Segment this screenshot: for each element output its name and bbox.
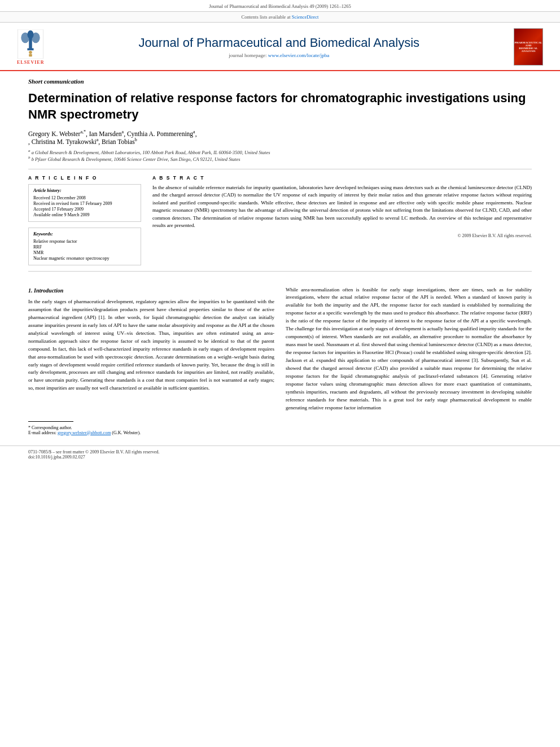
article-type: Short communication	[0, 71, 560, 87]
intro-col1-p1: In the early stages of pharmaceutical de…	[28, 298, 274, 392]
cover-text: PHARMACEUTICALANDBIOMEDICALANALYSIS	[515, 41, 542, 53]
article-history-box: Article history: Received 12 December 20…	[28, 184, 141, 222]
corresponding-author-note: * Corresponding author. E-mail address: …	[28, 425, 532, 435]
intro-col2-p1: While area-normalization often is feasib…	[286, 286, 532, 412]
page-wrapper: Journal of Pharmaceutical and Biomedical…	[0, 0, 560, 747]
history-label: Article history:	[33, 188, 136, 193]
author4: , Christina M. Tyrakowski	[28, 138, 97, 145]
keywords-box: Keywords: Relative response factor RRF N…	[28, 228, 141, 265]
article-info-column: A R T I C L E I N F O Article history: R…	[28, 175, 141, 265]
author2: , Ian Marsden	[86, 130, 122, 137]
journal-header-left: ELSEVIER	[17, 29, 44, 65]
abstract-heading: A B S T R A C T	[152, 175, 532, 181]
email-label: E-mail address:	[28, 430, 58, 435]
svg-point-4	[28, 30, 34, 38]
elsevier-logo: ELSEVIER	[17, 29, 44, 65]
bottom-copyright: 0731-7085/$ – see front matter © 2009 El…	[28, 449, 160, 455]
authors: Gregory K. Webstera,*, Ian Marsdena, Cyn…	[0, 127, 560, 146]
email-link[interactable]: gregory.webster@abbott.com	[58, 430, 111, 435]
bottom-bar: 0731-7085/$ – see front matter © 2009 El…	[0, 445, 560, 463]
abstract-column: A B S T R A C T In the absence of suitab…	[152, 175, 532, 265]
journal-homepage: journal homepage: www.elsevier.com/locat…	[44, 53, 514, 58]
author5-sup: b	[135, 137, 137, 142]
affiliations: a a Global Research & Development, Abbot…	[0, 146, 560, 163]
svg-rect-7	[29, 54, 32, 56]
keyword-3: NMR	[33, 250, 136, 255]
body-two-col: 1. Introduction In the early stages of p…	[0, 277, 560, 417]
journal-header: ELSEVIER Journal of Pharmaceutical and B…	[0, 23, 560, 71]
body-col-left: 1. Introduction In the early stages of p…	[28, 286, 274, 417]
aff-a-sup: a	[28, 148, 30, 153]
elsevier-tree-icon	[17, 29, 44, 59]
svg-rect-5	[28, 48, 34, 50]
online-date: Available online 9 March 2009	[33, 212, 136, 217]
author1-name: Gregory K. Webster	[28, 130, 80, 137]
affiliation-a: a Global Research & Development, Abbott …	[32, 150, 270, 155]
journal-title: Journal of Pharmaceutical and Biomedical…	[44, 36, 514, 50]
affiliation-b: b Pfizer Global Research & Development, …	[32, 156, 240, 162]
divider-2	[28, 271, 532, 272]
copyright-notice: © 2009 Elsevier B.V. All rights reserved…	[152, 233, 532, 238]
accepted-date: Accepted 17 February 2009	[33, 207, 136, 212]
footnote-area: * Corresponding author. E-mail address: …	[0, 417, 560, 440]
doi: doi:10.1016/j.jpba.2009.02.027	[28, 455, 85, 460]
intro-heading: 1. Introduction	[28, 286, 274, 295]
homepage-url[interactable]: www.elsevier.com/locate/jpba	[268, 53, 329, 58]
keyword-2: RRF	[33, 244, 136, 250]
divider-1	[28, 169, 532, 169]
footnote-divider	[28, 421, 73, 422]
journal-cover-image: PHARMACEUTICALANDBIOMEDICALANALYSIS	[514, 28, 543, 65]
contents-bar: Contents lists available at ScienceDirec…	[0, 12, 560, 23]
elsevier-text: ELSEVIER	[17, 60, 44, 65]
journal-citation: Journal of Pharmaceutical and Biomedical…	[209, 3, 351, 9]
abstract-text: In the absence of suitable reference mat…	[152, 184, 532, 230]
revised-date: Received in revised form 17 February 200…	[33, 201, 136, 206]
journal-title-block: Journal of Pharmaceutical and Biomedical…	[44, 36, 514, 58]
homepage-label: journal homepage:	[229, 53, 268, 58]
corresponding-label: * Corresponding author.	[28, 425, 72, 430]
author5: , Brian Tobias	[98, 138, 134, 145]
author1-sup: a,*	[80, 129, 86, 134]
journal-citation-bar: Journal of Pharmaceutical and Biomedical…	[0, 0, 560, 12]
aff-b-sup: b	[28, 155, 30, 160]
author3-sup: a	[193, 129, 195, 134]
article-info-heading: A R T I C L E I N F O	[28, 175, 141, 181]
sciencedirect-link[interactable]: ScienceDirect	[292, 14, 319, 20]
body-col-right: While area-normalization often is feasib…	[286, 286, 532, 417]
keyword-4: Nuclear magnetic resonance spectroscopy	[33, 256, 136, 261]
keyword-1: Relative response factor	[33, 239, 136, 244]
svg-point-6	[29, 51, 32, 54]
email-suffix: (G.K. Webster).	[111, 430, 141, 435]
received-date: Received 12 December 2008	[33, 195, 136, 200]
article-title: Determination of relative response facto…	[0, 87, 560, 127]
keywords-label: Keywords:	[33, 231, 136, 237]
article-info-abstract: A R T I C L E I N F O Article history: R…	[0, 175, 560, 265]
contents-label: Contents lists available at	[242, 14, 292, 20]
author3: , Cynthia A. Pommerening	[124, 130, 193, 137]
